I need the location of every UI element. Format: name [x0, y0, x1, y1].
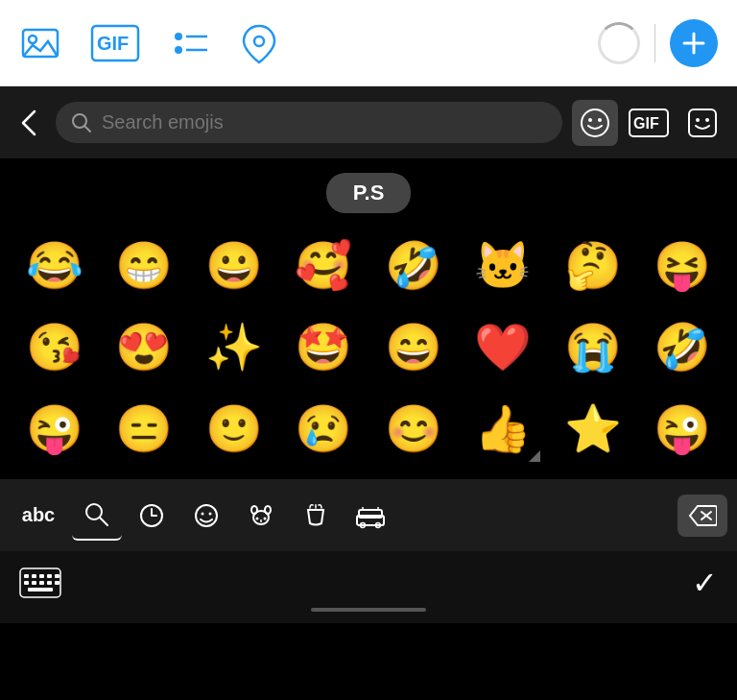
svg-point-30	[256, 517, 259, 519]
emoji-cell[interactable]: 🙂	[189, 388, 279, 470]
gif-tab-btn[interactable]: GIF	[626, 100, 672, 146]
svg-rect-49	[39, 581, 44, 585]
keyboard-toggle-btn[interactable]	[19, 567, 61, 598]
svg-point-14	[588, 118, 592, 122]
list-icon-btn[interactable]	[169, 22, 211, 64]
emoji-cell[interactable]: 🐱	[459, 225, 549, 306]
travel-keyboard-btn[interactable]	[345, 491, 395, 541]
food-keyboard-btn[interactable]	[291, 491, 341, 541]
delete-button[interactable]	[678, 495, 727, 537]
svg-point-25	[202, 512, 204, 515]
svg-rect-42	[24, 574, 29, 578]
svg-rect-0	[23, 30, 58, 57]
toolbar-left-icons: GIF	[19, 22, 278, 64]
svg-point-1	[29, 36, 36, 43]
sticker-tab-btn[interactable]	[679, 100, 725, 146]
svg-rect-51	[55, 581, 59, 585]
svg-line-22	[100, 518, 107, 525]
emoji-cell[interactable]: 😁	[100, 225, 190, 306]
svg-point-20	[705, 118, 709, 122]
location-icon-btn[interactable]	[240, 22, 278, 64]
svg-rect-52	[28, 588, 53, 591]
svg-point-26	[209, 512, 212, 515]
emoji-cell[interactable]: 🥰	[279, 225, 369, 306]
search-keyboard-btn[interactable]	[72, 491, 122, 541]
bottom-bar: ✓	[0, 551, 737, 623]
emoji-cell[interactable]: 😊	[368, 388, 459, 470]
abc-label: abc	[10, 496, 67, 534]
ps-badge: P.S	[326, 173, 412, 213]
svg-text:GIF: GIF	[633, 115, 659, 132]
chevron-down-btn[interactable]: ✓	[692, 565, 718, 601]
svg-rect-46	[55, 574, 59, 578]
emoji-cell[interactable]: 😢	[279, 388, 369, 470]
emoji-cell[interactable]: 🤣	[368, 225, 459, 306]
emoji-cell[interactable]: ✨	[189, 306, 279, 388]
svg-point-8	[254, 36, 264, 46]
bottom-indicator	[311, 608, 426, 612]
emoji-cell[interactable]: 😭	[548, 306, 638, 388]
emoji-cell[interactable]: 😘	[10, 306, 100, 388]
svg-point-4	[175, 33, 182, 40]
emoji-area: P.S 😂 😁 😀 🥰 🤣 🐱 🤔 😝 😘 😍 ✨ 🤩 😄 ❤️ 😭 🤣 😜 😑…	[0, 158, 737, 479]
svg-rect-43	[32, 574, 36, 578]
emoji-cell[interactable]: 😀	[189, 225, 279, 306]
svg-point-31	[264, 517, 267, 519]
emoji-cell[interactable]: 😍	[100, 306, 190, 388]
svg-point-6	[175, 46, 182, 54]
keyboard-bar: abc	[0, 479, 737, 551]
svg-rect-45	[47, 574, 52, 578]
svg-point-28	[251, 506, 257, 514]
emoji-cell[interactable]: ❤️	[459, 306, 549, 388]
svg-rect-50	[47, 581, 52, 585]
image-icon-btn[interactable]	[19, 22, 61, 64]
emoji-cell[interactable]: ⭐	[548, 388, 638, 470]
emoji-grid: 😂 😁 😀 🥰 🤣 🐱 🤔 😝 😘 😍 ✨ 🤩 😄 ❤️ 😭 🤣 😜 😑 🙂 😢…	[0, 225, 737, 470]
emoji-cell[interactable]: 🤩	[279, 306, 369, 388]
recent-keyboard-btn[interactable]	[127, 491, 177, 541]
search-box	[56, 102, 562, 143]
svg-rect-44	[39, 574, 44, 578]
emoji-cell[interactable]: 😜	[638, 388, 728, 470]
back-button[interactable]	[12, 100, 46, 146]
svg-rect-47	[24, 581, 29, 585]
svg-point-15	[598, 118, 602, 122]
add-button[interactable]	[670, 19, 718, 67]
toolbar-right	[598, 19, 718, 67]
top-toolbar: GIF	[0, 0, 737, 86]
svg-point-19	[696, 118, 700, 122]
emoji-keyboard-btn[interactable]	[181, 491, 231, 541]
loading-spinner	[598, 22, 640, 64]
emoji-cell[interactable]: 👍	[459, 388, 549, 470]
search-area: GIF	[0, 86, 737, 158]
emoji-cell[interactable]: 😑	[100, 388, 190, 470]
emoji-cell[interactable]: 😝	[638, 225, 728, 306]
toolbar-divider	[654, 24, 655, 62]
gif-icon-btn[interactable]: GIF	[90, 24, 140, 62]
emoji-cell[interactable]: 😄	[368, 306, 459, 388]
svg-line-12	[84, 126, 90, 132]
svg-point-29	[265, 506, 271, 514]
svg-point-13	[582, 109, 608, 136]
tab-icons: GIF	[572, 100, 725, 146]
svg-rect-48	[32, 581, 36, 585]
emoji-cell[interactable]: 😂	[10, 225, 100, 306]
search-input[interactable]	[102, 111, 547, 133]
emoji-cell[interactable]: 🤔	[548, 225, 638, 306]
animal-keyboard-btn[interactable]	[236, 491, 286, 541]
search-icon	[71, 112, 92, 133]
svg-rect-18	[689, 109, 716, 136]
ps-label: P.S	[0, 173, 737, 213]
svg-point-24	[196, 505, 217, 526]
svg-text:GIF: GIF	[97, 33, 129, 54]
emoji-cell[interactable]: 😜	[10, 388, 100, 470]
emoji-cell[interactable]: 🤣	[638, 306, 728, 388]
emoji-tab-btn[interactable]	[572, 100, 618, 146]
